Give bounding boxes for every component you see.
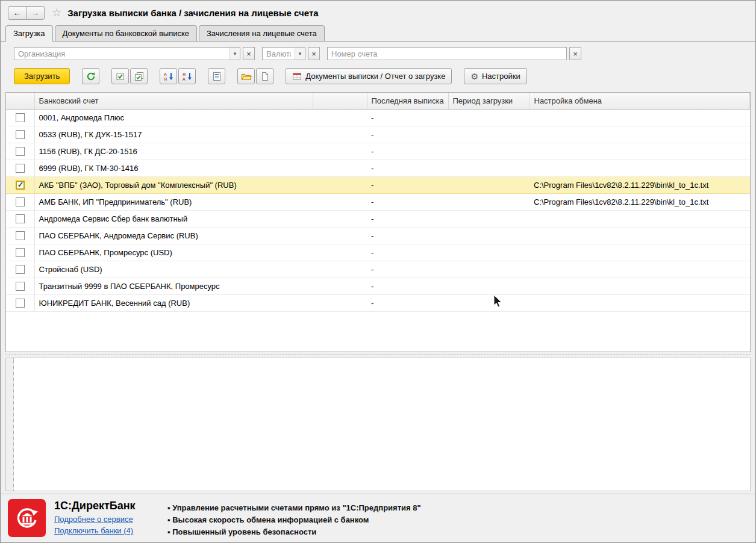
exchange-settings-cell[interactable] [530,160,750,176]
last-statement-cell[interactable]: - [367,294,448,311]
favorite-star-icon[interactable]: ☆ [52,6,61,19]
tab-load[interactable]: Загрузка [5,25,53,42]
load-period-cell[interactable] [448,294,530,311]
bank-account-cell[interactable]: Транзитный 9999 в ПАО СБЕРБАНК, Промресу… [34,278,313,294]
currency-input[interactable] [263,48,295,60]
load-button[interactable]: Загрузить [14,68,70,84]
load-period-cell[interactable] [448,176,530,193]
table-row[interactable]: Стройснаб (USD) - [6,261,750,278]
table-row[interactable]: АМБ БАНК, ИП "Предприниматель" (RUB) - C… [6,193,750,210]
exchange-settings-cell[interactable] [530,244,750,261]
panel-grip[interactable] [6,358,14,491]
row-checkbox[interactable] [16,299,25,308]
load-period-cell[interactable] [448,210,530,227]
connect-banks-link[interactable]: Подключить банки (4) [54,526,155,535]
bank-account-cell[interactable]: ЮНИКРЕДИТ БАНК, Весенний сад (RUB) [34,294,313,311]
row-checkbox[interactable] [16,147,25,156]
row-checkbox[interactable] [16,164,25,173]
table-row[interactable]: ПАО СБЕРБАНК, Андромеда Сервис (RUB) - [6,227,750,244]
table-row[interactable]: АКБ "ВПБ" (ЗАО), Торговый дом "Комплексн… [6,176,750,193]
table-row[interactable]: 0533 (RUB), ГК ДУК-15-1517 - [6,126,750,143]
last-statement-cell[interactable]: - [367,244,448,261]
row-checkbox[interactable] [16,265,25,274]
select-all-button[interactable] [111,68,129,84]
last-statement-cell[interactable]: - [367,143,448,160]
row-checkbox[interactable] [16,130,25,139]
load-period-cell[interactable] [448,278,530,294]
load-period-cell[interactable] [448,109,530,126]
back-button[interactable]: ← [8,6,27,20]
bank-account-cell[interactable]: Андромеда Сервис Сбер банк валютный [34,210,313,227]
table-row[interactable]: 0001, Андромеда Плюс - [6,109,750,126]
load-period-cell[interactable] [448,160,530,176]
load-period-cell[interactable] [448,261,530,278]
column-last-statement[interactable]: Последняя выписка [367,93,448,109]
exchange-settings-cell[interactable] [530,143,750,160]
exchange-settings-cell[interactable] [530,109,750,126]
bank-account-cell[interactable]: ПАО СБЕРБАНК, Промресурс (USD) [34,244,313,261]
row-checkbox[interactable] [16,248,25,257]
bank-account-cell[interactable]: 0001, Андромеда Плюс [34,109,313,126]
currency-clear-button[interactable]: × [308,47,320,60]
last-statement-cell[interactable]: - [367,126,448,143]
forward-button[interactable]: → [26,6,45,20]
last-statement-cell[interactable]: - [367,193,448,210]
column-bank-account[interactable]: Банковский счет [34,93,313,109]
last-statement-cell[interactable]: - [367,109,448,126]
column-load-period[interactable]: Период загрузки [448,93,530,109]
account-number-clear-button[interactable]: × [569,47,581,60]
load-period-cell[interactable] [448,244,530,261]
load-period-cell[interactable] [448,227,530,244]
row-checkbox[interactable] [16,181,25,190]
bank-account-cell[interactable]: 0533 (RUB), ГК ДУК-15-1517 [34,126,313,143]
load-period-cell[interactable] [448,126,530,143]
account-number-input[interactable] [327,47,567,60]
exchange-settings-cell[interactable] [530,227,750,244]
sort-descending-button[interactable]: Я А [178,68,196,84]
table-row[interactable]: Транзитный 9999 в ПАО СБЕРБАНК, Промресу… [6,278,750,294]
table-row[interactable]: 6999 (RUB), ГК ТМ-30-1416 - [6,160,750,176]
table-row[interactable]: Андромеда Сервис Сбер банк валютный - [6,210,750,227]
list-settings-button[interactable] [208,68,225,84]
exchange-settings-cell[interactable] [530,126,750,143]
bank-account-cell[interactable]: 1156 (RUB), ГК ДС-20-1516 [34,143,313,160]
new-document-button[interactable] [256,68,273,84]
exchange-settings-cell[interactable] [530,294,750,311]
settings-button[interactable]: ⚙ Настройки [464,68,526,84]
statement-documents-button[interactable]: Документы выписки / Отчет о загрузке [286,68,452,84]
exchange-settings-cell[interactable] [530,261,750,278]
organization-input[interactable] [14,48,230,60]
currency-dropdown-button[interactable]: ▾ [295,48,305,60]
sort-ascending-button[interactable]: А Я [160,68,177,84]
exchange-settings-cell[interactable] [530,278,750,294]
last-statement-cell[interactable]: - [367,227,448,244]
about-service-link[interactable]: Подробнее о сервисе [54,515,155,524]
last-statement-cell[interactable]: - [367,176,448,193]
exchange-settings-cell[interactable]: C:\Program Files\1cv82\8.2.11.229\bin\kl… [530,193,750,210]
open-file-button[interactable] [237,68,255,84]
row-checkbox[interactable] [16,282,25,291]
row-checkbox[interactable] [16,113,25,122]
tab-statement-documents[interactable]: Документы по банковской выписке [55,25,197,41]
bank-account-cell[interactable]: 6999 (RUB), ГК ТМ-30-1416 [34,160,313,176]
bank-account-cell[interactable]: АКБ "ВПБ" (ЗАО), Торговый дом "Комплексн… [34,176,313,193]
bank-account-cell[interactable]: Стройснаб (USD) [34,261,313,278]
exchange-settings-cell[interactable] [530,210,750,227]
last-statement-cell[interactable]: - [367,210,448,227]
refresh-button[interactable] [82,68,99,84]
table-row[interactable]: 1156 (RUB), ГК ДС-20-1516 - [6,143,750,160]
bank-account-cell[interactable]: АМБ БАНК, ИП "Предприниматель" (RUB) [34,193,313,210]
organization-clear-button[interactable]: × [243,47,255,60]
row-checkbox[interactable] [16,214,25,223]
column-exchange-settings[interactable]: Настройка обмена [530,93,750,109]
form-splitter[interactable] [5,355,751,355]
last-statement-cell[interactable]: - [367,261,448,278]
load-period-cell[interactable] [448,143,530,160]
bank-account-cell[interactable]: ПАО СБЕРБАНК, Андромеда Сервис (RUB) [34,227,313,244]
last-statement-cell[interactable]: - [367,278,448,294]
table-row[interactable]: ПАО СБЕРБАНК, Промресурс (USD) - [6,244,750,261]
row-checkbox[interactable] [16,197,25,206]
exchange-settings-cell[interactable]: C:\Program Files\1cv82\8.2.11.229\bin\kl… [530,176,750,193]
load-period-cell[interactable] [448,193,530,210]
tab-personal-accounts[interactable]: Зачисления на лицевые счета [199,25,325,41]
